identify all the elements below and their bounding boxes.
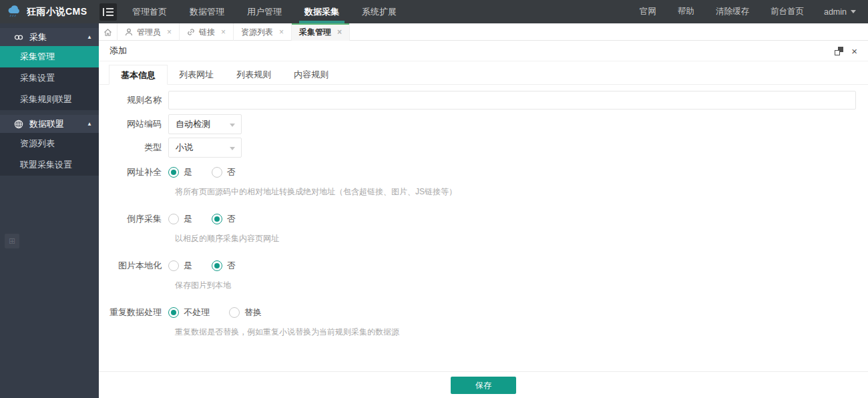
radio-option-yes[interactable]: 是	[168, 166, 192, 178]
radio-option-yes[interactable]: 是	[168, 213, 192, 225]
sidebar-group-data-alliance: 资源列表 联盟采集设置	[0, 133, 99, 176]
chevron-up-icon: ▲	[87, 34, 92, 40]
tab-collect-manage[interactable]: 采集管理 ×	[292, 23, 350, 41]
panel-title: 添加	[110, 45, 127, 57]
help-link[interactable]: 帮助	[667, 0, 705, 23]
radio-checked-icon	[168, 167, 179, 178]
radio-unchecked-icon	[212, 167, 222, 178]
chevron-down-icon	[230, 147, 235, 150]
form-row-rule-name: 规则名称	[99, 91, 868, 110]
radio-option-no[interactable]: 否	[212, 166, 236, 178]
outdent-icon	[103, 8, 114, 16]
top-menu-item-system-extend[interactable]: 系统扩展	[351, 0, 408, 23]
app-logo: 狂雨小说CMS	[0, 0, 99, 23]
app-window: 狂雨小说CMS 管理首页 数据管理 用户管理 数据采集 系统扩展 官网 帮助 清…	[0, 0, 868, 398]
close-icon[interactable]: ×	[221, 28, 226, 36]
sidebar-item-collect-settings[interactable]: 采集设置	[0, 67, 99, 89]
window-controls: ×	[835, 46, 857, 56]
form-block-duplicate-handling: 重复数据处理 不处理 替换 重复数据是否替换，例如重复小说替换为当前规则采集的数…	[99, 306, 868, 338]
close-icon[interactable]: ×	[851, 46, 857, 56]
close-icon[interactable]: ×	[167, 28, 172, 36]
sidebar-collapse-handle[interactable]: ⊞	[5, 234, 19, 248]
radio-label: 是	[184, 213, 192, 225]
sidebar-section-collect[interactable]: 采集 ▲	[0, 28, 99, 46]
tab-label: 资源列表	[241, 27, 273, 38]
sidebar-section-label: 数据联盟	[29, 118, 64, 130]
sidebar-item-resource-list[interactable]: 资源列表	[0, 133, 99, 154]
radio-checked-icon	[168, 307, 179, 318]
tab-home[interactable]	[99, 23, 118, 41]
official-site-link[interactable]: 官网	[629, 0, 667, 23]
tab-label: 管理员	[137, 27, 161, 38]
radio-option-yes[interactable]: 是	[168, 260, 192, 272]
form-row-type: 类型 小说	[99, 138, 868, 158]
radio-checked-icon	[212, 214, 222, 224]
radio-option-no-action[interactable]: 不处理	[168, 307, 210, 319]
link-icon	[187, 28, 195, 36]
close-icon[interactable]: ×	[279, 28, 284, 36]
form-row-site-encoding: 网站编码 自动检测	[99, 114, 868, 134]
top-right-menu: 官网 帮助 清除缓存 前台首页 admin	[629, 0, 868, 23]
tab-links[interactable]: 链接 ×	[180, 23, 234, 41]
user-dropdown[interactable]: admin	[815, 7, 868, 17]
sidebar: 采集 ▲ 采集管理 采集设置 采集规则联盟 数据联盟 ▲ 资源列表 联盟采集设置…	[0, 23, 99, 398]
home-icon	[103, 28, 112, 37]
link-icon	[14, 33, 23, 41]
field-help-text: 将所有页面源码中的相对地址转换成绝对地址（包含超链接、图片、JS链接等）	[175, 186, 868, 198]
sidebar-section-data-alliance[interactable]: 数据联盟 ▲	[0, 115, 99, 133]
radio-label: 否	[227, 213, 236, 225]
sidebar-item-alliance-collect-settings[interactable]: 联盟采集设置	[0, 154, 99, 176]
form-block-image-localize: 图片本地化 是 否 保存图片到本地	[99, 259, 868, 291]
panel-header: 添加 ×	[99, 41, 868, 61]
tab-list-rules[interactable]: 列表规则	[225, 65, 282, 85]
form-footer: 保存	[99, 371, 868, 398]
field-help-text: 重复数据是否替换，例如重复小说替换为当前规则采集的数据源	[175, 327, 868, 338]
field-label: 图片本地化	[99, 259, 168, 272]
tab-content-rules[interactable]: 内容规则	[282, 65, 340, 85]
front-home-link[interactable]: 前台首页	[760, 0, 815, 23]
field-label: 类型	[99, 138, 168, 158]
duplicate-handling-radio-group: 不处理 替换	[168, 306, 856, 319]
maximize-icon[interactable]	[835, 47, 843, 55]
tab-list-url[interactable]: 列表网址	[168, 65, 225, 85]
sidebar-section-label: 采集	[29, 31, 47, 43]
main-content: 添加 × 基本信息 列表网址 列表规则 内容规则 规则名称 网站编码	[99, 41, 868, 398]
top-menu-item-data-collect[interactable]: 数据采集	[293, 0, 351, 23]
tab-admin[interactable]: 管理员 ×	[118, 23, 180, 41]
tab-resource-list[interactable]: 资源列表 ×	[234, 23, 292, 41]
tab-label: 链接	[199, 27, 215, 38]
radio-option-replace[interactable]: 替换	[229, 307, 262, 319]
radio-label: 否	[227, 166, 236, 178]
tab-basic-info[interactable]: 基本信息	[109, 65, 168, 85]
sidebar-toggle-button[interactable]	[99, 3, 117, 21]
top-menu-item-data-manage[interactable]: 数据管理	[178, 0, 236, 23]
chevron-up-icon: ▲	[87, 121, 92, 127]
clear-cache-link[interactable]: 清除缓存	[705, 0, 760, 23]
form-tab-bar: 基本信息 列表网址 列表规则 内容规则	[99, 65, 868, 85]
form-block-reverse-collect: 倒序采集 是 否 以相反的顺序采集内容页网址	[99, 212, 868, 244]
radio-label: 不处理	[184, 307, 210, 319]
radio-label: 是	[184, 166, 192, 178]
radio-option-no[interactable]: 否	[212, 213, 236, 225]
sidebar-item-collect-manage[interactable]: 采集管理	[0, 46, 99, 67]
person-icon	[125, 28, 133, 36]
radio-unchecked-icon	[168, 214, 179, 224]
rule-name-input[interactable]	[168, 91, 856, 110]
type-select[interactable]: 小说	[168, 138, 242, 158]
top-menu: 管理首页 数据管理 用户管理 数据采集 系统扩展	[121, 0, 408, 23]
top-menu-item-admin-home[interactable]: 管理首页	[121, 0, 178, 23]
radio-label: 替换	[244, 307, 262, 319]
field-help-text: 以相反的顺序采集内容页网址	[175, 233, 868, 244]
cloud-rain-logo-icon	[7, 5, 22, 19]
top-menu-item-user-manage[interactable]: 用户管理	[236, 0, 293, 23]
form-block-url-complete: 网址补全 是 否 将所有页面源码中的相对地址转换成绝对地址（包含超链接、图片、J…	[99, 166, 868, 198]
collect-rule-form: 规则名称 网站编码 自动检测 类型 小说	[99, 85, 868, 338]
logo-text: 狂雨小说CMS	[27, 6, 87, 18]
site-encoding-select[interactable]: 自动检测	[168, 114, 242, 134]
tab-label: 采集管理	[299, 27, 331, 38]
radio-option-no[interactable]: 否	[212, 260, 236, 272]
sidebar-item-collect-rule-alliance[interactable]: 采集规则联盟	[0, 89, 99, 110]
radio-unchecked-icon	[168, 260, 179, 271]
save-button[interactable]: 保存	[451, 377, 516, 394]
close-icon[interactable]: ×	[337, 28, 342, 36]
